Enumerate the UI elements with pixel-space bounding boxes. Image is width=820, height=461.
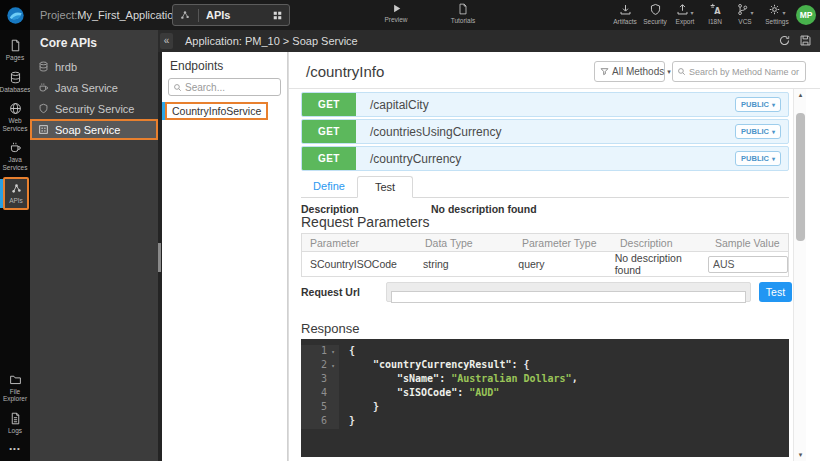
fold-caret-icon[interactable]: ▾	[327, 359, 339, 373]
description-cell: No description found	[607, 252, 700, 276]
method-search[interactable]	[672, 61, 806, 82]
preview-button[interactable]: Preview	[376, 3, 416, 23]
vcs-button[interactable]: ▾ VCS	[730, 3, 760, 25]
security-button[interactable]: Security	[640, 3, 670, 25]
request-url-label: Request Url	[301, 286, 360, 298]
methods-filter-dropdown[interactable]: All Methods ▾	[594, 61, 665, 82]
funnel-icon	[600, 67, 609, 76]
preview-label: Preview	[384, 16, 407, 23]
artifacts-button[interactable]: Artifacts	[610, 3, 640, 25]
line-number: 3	[301, 373, 327, 387]
code-text: {	[349, 345, 355, 356]
sample-value-input[interactable]	[708, 256, 788, 273]
main-scrollbar[interactable]: ▴ ▾	[793, 89, 806, 461]
i18n-button[interactable]: A I18N	[700, 3, 730, 25]
grid-icon[interactable]	[272, 10, 283, 21]
chevron-down-icon: ▾	[782, 9, 785, 16]
tutorials-label: Tutorials	[451, 17, 476, 24]
export-label: Export	[676, 18, 695, 25]
tab-define[interactable]: Define	[301, 176, 357, 197]
sidebar-item-file-explorer[interactable]: File Explorer	[0, 368, 30, 407]
request-url-input[interactable]	[391, 291, 746, 303]
code-line: 6}	[301, 415, 789, 429]
application-breadcrumb: Application: PM_10 > Soap Service	[185, 30, 358, 52]
sidebar-item-java-services[interactable]: Java Services	[0, 136, 30, 175]
fold-spacer	[327, 415, 339, 429]
application-bar: « Application: PM_10 > Soap Service	[158, 30, 820, 52]
settings-button[interactable]: ▾ Settings	[760, 3, 794, 25]
data-type-cell: string	[415, 258, 510, 270]
branch-icon	[736, 3, 749, 16]
test-button[interactable]: Test	[759, 282, 792, 302]
folder-icon	[9, 373, 22, 386]
endpoints-search[interactable]	[168, 78, 281, 96]
code-text: :	[457, 387, 469, 398]
column-header: Data Type	[417, 234, 514, 251]
chevron-down-icon: ▾	[690, 9, 693, 16]
more-options-icon[interactable]: •••	[0, 438, 30, 455]
parameter-type-cell: query	[510, 258, 606, 270]
get-method-badge[interactable]: GET	[302, 147, 356, 170]
endpoints-search-input[interactable]	[185, 82, 275, 93]
response-code-editor[interactable]: 1▾{ 2▾"countryCurrencyResult": { 3"sName…	[301, 339, 789, 457]
method-row-country-currency[interactable]: GET /countryCurrency PUBLIC ▾	[301, 146, 789, 171]
method-search-input[interactable]	[689, 67, 801, 77]
column-header: Parameter Type	[514, 234, 612, 251]
code-text: ,	[572, 373, 578, 384]
get-method-badge[interactable]: GET	[302, 120, 356, 143]
line-number: 2	[301, 359, 327, 373]
brand-logo[interactable]	[0, 0, 30, 30]
code-text: }	[349, 415, 355, 426]
scroll-up-arrow[interactable]: ▴	[794, 89, 807, 101]
fold-caret-icon[interactable]: ▾	[327, 345, 339, 359]
access-dropdown[interactable]: PUBLIC ▾	[735, 151, 781, 166]
fold-spacer	[327, 387, 339, 401]
param-name-cell: SCountryISOCode	[302, 258, 415, 270]
method-row-capital-city[interactable]: GET /capitalCity PUBLIC ▾	[301, 92, 789, 117]
main-content: /countryInfo All Methods ▾ GET /capitalC…	[288, 52, 820, 461]
project-name: My_First_Application	[77, 9, 179, 21]
scroll-down-arrow[interactable]: ▾	[794, 449, 807, 461]
panel-scrollbar-thumb[interactable]	[158, 243, 161, 272]
core-api-item-security-service[interactable]: Security Service	[30, 98, 158, 119]
apis-workspace-tab[interactable]: APIs	[172, 4, 290, 26]
sidebar-item-label: Logs	[8, 427, 22, 435]
column-header: Description	[612, 234, 707, 251]
user-avatar[interactable]: MP	[796, 5, 816, 25]
get-method-badge[interactable]: GET	[302, 93, 356, 116]
search-icon	[677, 67, 686, 76]
sidebar-item-web-services[interactable]: Web Services	[0, 97, 30, 136]
shield-icon	[649, 3, 662, 16]
sidebar-item-databases[interactable]: Databases	[0, 66, 30, 98]
refresh-icon[interactable]	[778, 34, 791, 47]
chevron-down-icon: ▾	[750, 9, 753, 16]
tutorials-button[interactable]: Tutorials	[440, 3, 486, 24]
request-parameters-table: Parameter Data Type Parameter Type Descr…	[301, 233, 789, 277]
sidebar-item-logs[interactable]: Logs	[0, 407, 30, 439]
scrollbar-thumb[interactable]	[796, 113, 805, 241]
code-string: "AUD"	[469, 387, 499, 398]
core-api-item-java-service[interactable]: Java Service	[30, 77, 158, 98]
sidebar-item-label: Web Services	[1, 117, 29, 132]
fold-spacer	[327, 401, 339, 415]
access-dropdown[interactable]: PUBLIC ▾	[735, 124, 781, 139]
topbar-actions: Artifacts Security ▾	[610, 3, 794, 25]
code-string: "Australian Dollars"	[451, 373, 571, 384]
core-api-item-soap-service[interactable]: Soap Service	[30, 119, 158, 140]
page-icon	[9, 39, 22, 52]
export-button[interactable]: ▾ Export	[670, 3, 700, 25]
access-label: PUBLIC	[741, 100, 769, 109]
code-line: 4"sISOCode": "AUD"	[301, 387, 789, 401]
save-icon[interactable]	[799, 34, 812, 47]
collapse-panel-button[interactable]: «	[160, 33, 173, 49]
sidebar-item-apis[interactable]: APIs	[3, 177, 29, 210]
core-api-item-hrdb[interactable]: hrdb	[30, 56, 158, 77]
chevron-down-icon: ▾	[772, 155, 775, 162]
core-api-item-label: hrdb	[55, 61, 77, 73]
endpoint-list-item[interactable]: CountryInfoService	[162, 102, 287, 120]
tab-test[interactable]: Test	[357, 176, 413, 198]
access-dropdown[interactable]: PUBLIC ▾	[735, 97, 781, 112]
sidebar-item-pages[interactable]: Pages	[0, 34, 30, 66]
method-row-countries-using-currency[interactable]: GET /countriesUsingCurrency PUBLIC ▾	[301, 119, 789, 144]
settings-label: Settings	[765, 18, 789, 25]
